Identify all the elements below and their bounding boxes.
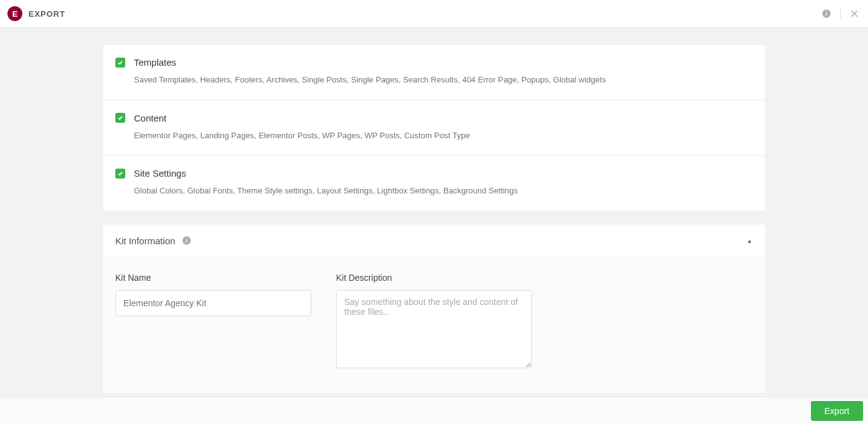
- kit-name-label: Kit Name: [115, 273, 311, 283]
- elementor-logo-icon: E: [7, 6, 22, 21]
- kit-information-card: Kit Information ▲ Kit Name Kit Descripti…: [102, 224, 766, 394]
- option-title: Site Settings: [134, 168, 186, 179]
- option-description: Global Colors, Global Fonts, Theme Style…: [134, 185, 753, 197]
- export-panel: Templates Saved Templates, Headers, Foot…: [102, 44, 766, 394]
- app-header: E EXPORT: [0, 0, 868, 28]
- kit-info-body: Kit Name Kit Description: [103, 258, 765, 393]
- export-options-card: Templates Saved Templates, Headers, Foot…: [102, 44, 766, 211]
- kit-info-title: Kit Information: [115, 236, 175, 246]
- kit-name-input[interactable]: [115, 290, 311, 316]
- kit-description-field: Kit Description: [336, 273, 532, 368]
- main-content: Templates Saved Templates, Headers, Foot…: [0, 28, 868, 394]
- close-icon[interactable]: [848, 7, 861, 20]
- export-button[interactable]: Export: [811, 401, 863, 421]
- kit-info-header[interactable]: Kit Information ▲: [103, 224, 765, 258]
- page-title: EXPORT: [29, 9, 65, 19]
- svg-rect-6: [186, 240, 187, 243]
- info-icon[interactable]: [182, 236, 192, 245]
- option-content: Content Elementor Pages, Landing Pages, …: [103, 100, 765, 156]
- info-icon[interactable]: [820, 7, 833, 20]
- header-left: E EXPORT: [7, 6, 65, 21]
- kit-description-label: Kit Description: [336, 273, 532, 283]
- option-title: Templates: [134, 57, 176, 68]
- header-divider: [840, 7, 841, 20]
- option-description: Elementor Pages, Landing Pages, Elemento…: [134, 130, 753, 142]
- option-site-settings: Site Settings Global Colors, Global Font…: [103, 156, 765, 211]
- option-description: Saved Templates, Headers, Footers, Archi…: [134, 74, 753, 86]
- checkbox-site-settings[interactable]: [115, 169, 125, 179]
- option-title: Content: [134, 113, 167, 123]
- svg-rect-2: [826, 11, 826, 12]
- footer-bar: Export: [0, 397, 868, 424]
- option-templates: Templates Saved Templates, Headers, Foot…: [103, 45, 765, 100]
- kit-name-field: Kit Name: [115, 273, 311, 368]
- checkbox-content[interactable]: [115, 113, 125, 123]
- svg-rect-7: [186, 238, 187, 239]
- header-right: [820, 7, 861, 20]
- svg-rect-1: [826, 13, 826, 16]
- checkbox-templates[interactable]: [115, 58, 125, 68]
- kit-description-input[interactable]: [336, 290, 532, 368]
- collapse-caret-up-icon[interactable]: ▲: [746, 237, 753, 244]
